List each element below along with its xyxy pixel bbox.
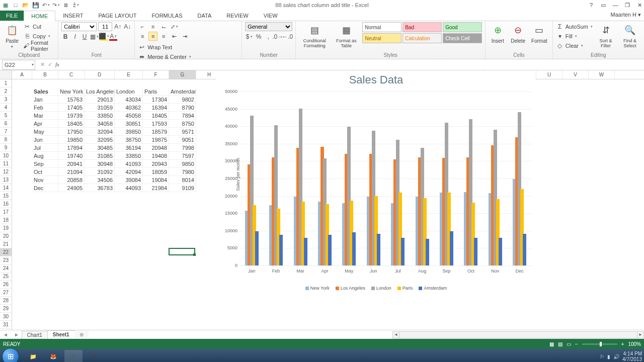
bar-Amsterdam-Aug[interactable] — [426, 239, 429, 265]
increase-font-icon[interactable]: A↑ — [114, 23, 122, 31]
col-header-V[interactable]: V — [562, 70, 589, 79]
tab-review[interactable]: REVIEW — [219, 10, 256, 21]
col-header-E[interactable]: E — [115, 70, 143, 79]
col-header-C[interactable]: C — [58, 70, 85, 79]
minimize-icon[interactable]: — — [612, 2, 619, 8]
col-header-G[interactable]: G — [169, 70, 196, 79]
tab-formulas[interactable]: FORMULAS — [144, 10, 190, 21]
cell-F11[interactable]: 20943 — [143, 160, 169, 168]
cell-E10[interactable]: 33850 — [115, 152, 143, 160]
cell-D4[interactable]: 31059 — [85, 104, 115, 112]
col-header-B[interactable]: B — [32, 70, 58, 79]
align-right-icon[interactable]: ≡ — [159, 32, 168, 41]
cell-E9[interactable]: 36194 — [115, 144, 143, 152]
font-color-icon[interactable]: A — [109, 33, 117, 41]
cell-B6[interactable]: Apr — [32, 120, 58, 128]
cell-C12[interactable]: 21094 — [58, 168, 85, 176]
cell-C13[interactable]: 20858 — [58, 176, 85, 184]
view-page-break-icon[interactable]: ▭ — [567, 341, 571, 347]
style-neutral[interactable]: Neutral — [362, 33, 401, 43]
cell-F2[interactable]: Paris — [143, 87, 169, 96]
row-header-7[interactable]: 7 — [0, 128, 12, 136]
cell-B5[interactable]: Mar — [32, 112, 58, 120]
font-size-input[interactable] — [98, 22, 112, 31]
cell-F13[interactable]: 19084 — [143, 176, 169, 184]
row-header-30[interactable]: 30 — [0, 313, 12, 321]
cell-C5[interactable]: 19739 — [58, 112, 85, 120]
align-bottom-icon[interactable]: ⌙ — [159, 22, 168, 31]
taskbar-app[interactable]: ◧ — [85, 350, 103, 362]
sheet-tab-chart1[interactable]: Chart1 — [22, 331, 48, 339]
tab-nav-prev[interactable]: ◄ — [0, 332, 11, 337]
style-calculation[interactable]: Calculation — [403, 33, 442, 43]
percent-icon[interactable]: % — [255, 33, 263, 41]
style-bad[interactable]: Bad — [403, 22, 442, 32]
cell-G4[interactable]: 8790 — [169, 104, 196, 112]
cell-F8[interactable]: 19875 — [143, 136, 169, 144]
cell-C11[interactable]: 20941 — [58, 160, 85, 168]
style-good[interactable]: Good — [443, 22, 482, 32]
font-name-select[interactable]: Calibri — [61, 22, 97, 31]
chart-title[interactable]: Sales Data — [216, 71, 536, 88]
view-normal-icon[interactable]: ▦ — [549, 341, 554, 347]
row-header-3[interactable]: 3 — [0, 96, 12, 104]
cell-C6[interactable]: 18405 — [58, 120, 85, 128]
cell-C7[interactable]: 17950 — [58, 128, 85, 136]
align-center-icon[interactable]: ≡ — [148, 32, 157, 41]
bar-Amsterdam-Jul[interactable] — [401, 238, 405, 265]
cell-D6[interactable]: 34058 — [85, 120, 115, 128]
cell-D13[interactable]: 34506 — [85, 176, 115, 184]
cell-F10[interactable]: 19408 — [143, 152, 169, 160]
cell-D5[interactable]: 33850 — [85, 112, 115, 120]
find-select-button[interactable]: 🔍Find & Select — [619, 22, 641, 49]
cell-G12[interactable]: 7980 — [169, 168, 196, 176]
legend-Los Angeles[interactable]: Los Angeles — [336, 286, 365, 291]
col-header-W[interactable]: W — [589, 70, 615, 79]
formula-input[interactable] — [64, 60, 644, 69]
row-header-6[interactable]: 6 — [0, 120, 12, 128]
row-header-11[interactable]: 11 — [0, 160, 12, 168]
tab-nav-next[interactable]: ► — [11, 332, 22, 337]
cell-F9[interactable]: 20948 — [143, 144, 169, 152]
row-header-5[interactable]: 5 — [0, 112, 12, 120]
accept-formula-icon[interactable]: ✓ — [48, 61, 52, 68]
inc-decimal-icon[interactable]: .0→ — [274, 33, 282, 41]
cell-F5[interactable]: 18405 — [143, 112, 169, 120]
horizontal-scrollbar[interactable]: ◄► — [392, 331, 644, 339]
tray-flag-icon[interactable]: ⚐ — [600, 354, 604, 359]
chart-legend[interactable]: New YorkLos AngelesLondonParisAmsterdam — [216, 286, 536, 291]
tray-volume-icon[interactable]: 🔊 — [613, 354, 619, 359]
bar-Amsterdam-Feb[interactable] — [279, 235, 283, 265]
taskbar-firefox[interactable]: 🦊 — [44, 350, 62, 362]
row-header-28[interactable]: 28 — [0, 297, 12, 305]
sheet-tab-add[interactable]: ⊕ — [74, 331, 89, 338]
paste-button[interactable]: 📋 Paste▾ — [3, 22, 21, 50]
number-format-select[interactable]: General — [245, 22, 292, 31]
bar-Amsterdam-Dec[interactable] — [523, 234, 526, 265]
start-button[interactable]: ⊞ — [2, 348, 19, 362]
cell-B14[interactable]: Dec — [32, 184, 58, 192]
delete-cells-button[interactable]: ⊖Delete — [509, 22, 527, 45]
cell-G7[interactable]: 9571 — [169, 128, 196, 136]
zoom-out-icon[interactable]: − — [575, 341, 578, 347]
row-header-18[interactable]: 18 — [0, 216, 12, 224]
cancel-formula-icon[interactable]: ✕ — [40, 61, 45, 68]
row-header-31[interactable]: 31 — [0, 321, 12, 329]
cell-E3[interactable]: 43034 — [115, 96, 143, 104]
cell-E4[interactable]: 40362 — [115, 104, 143, 112]
bold-icon[interactable]: B — [61, 33, 69, 41]
merge-center-button[interactable]: ⬌Merge & Center — [138, 52, 191, 59]
style-normal[interactable]: Normal — [362, 22, 401, 32]
row-header-23[interactable]: 23 — [0, 256, 12, 264]
wrap-text-button[interactable]: ↩Wrap Text — [138, 43, 191, 52]
cell-E8[interactable]: 38750 — [115, 136, 143, 144]
view-page-layout-icon[interactable]: ▤ — [558, 341, 562, 347]
tab-data[interactable]: DATA — [190, 10, 219, 21]
tab-home[interactable]: HOME — [24, 11, 55, 21]
cell-G10[interactable]: 7597 — [169, 152, 196, 160]
tab-insert[interactable]: INSERT — [55, 10, 91, 21]
tab-page-layout[interactable]: PAGE LAYOUT — [91, 10, 144, 21]
align-top-icon[interactable]: ⌐ — [138, 22, 147, 31]
cell-B8[interactable]: Jun — [32, 136, 58, 144]
cell-E11[interactable]: 41093 — [115, 160, 143, 168]
